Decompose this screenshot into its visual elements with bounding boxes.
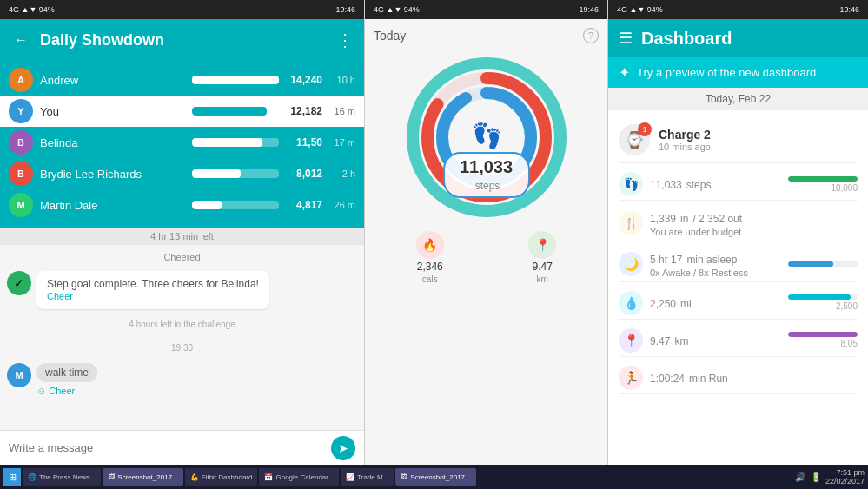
today-date-bar: Today, Feb 22	[608, 88, 868, 110]
right-status-bar: 4G ▲▼ 94% 19:46	[608, 0, 868, 19]
sleep-bar-fill	[788, 261, 833, 267]
svg-text:👣: 👣	[471, 122, 501, 150]
lb-bar-you	[192, 107, 279, 116]
stat-distance: 📍 9.47 km	[528, 231, 556, 284]
steps-overlay: 11,033 steps	[443, 152, 530, 198]
avatar-martin: M	[9, 193, 33, 217]
run-main-val: 1:00:24 min Run	[650, 369, 858, 387]
taskbar-clock: 7:51 pm 22/02/2017	[825, 468, 865, 486]
lb-row-belinda: B Belinda 11,50 17 m	[0, 127, 364, 158]
calories-val: 2,346	[417, 261, 443, 273]
calories-icon: 🔥	[416, 231, 444, 259]
goal-icon: ✓	[7, 271, 31, 295]
tb-label-0: The Press News...	[39, 473, 96, 481]
taskbar-item-2[interactable]: 💪 Fitbit Dashboard	[185, 468, 258, 486]
taskbar-item-1[interactable]: 🖼 Screenshot_2017...	[103, 468, 182, 486]
send-button[interactable]: ➤	[331, 436, 355, 460]
bottom-stats-row: 🔥 2,346 cals 📍 9.47 km	[374, 231, 599, 284]
ds-row-steps: 👣 11,033 steps 10,000	[619, 169, 858, 201]
lb-bar-fill-you	[192, 107, 267, 116]
goal-message: Step goal complete. Three cheers for Bel…	[36, 271, 269, 309]
chat-bubble-walk: M walk time ☺ Cheer	[7, 363, 305, 396]
device-icon: ⌚ 1	[619, 124, 650, 155]
sleep-unit-text: min asleep	[686, 254, 737, 266]
cheered-label: Cheered	[163, 252, 200, 262]
preview-text: Try a preview of the new dashboard	[637, 66, 816, 79]
taskbar-item-0[interactable]: 🌐 The Press News...	[23, 468, 101, 486]
lb-name-martin: Martin Dale	[40, 199, 185, 212]
sleep-stat-info: 5 hr 17 min asleep 0x Awake / 8x Restles…	[650, 250, 781, 278]
tb-label-3: Google Calendar...	[275, 473, 334, 481]
taskbar-right: 🔊 🔋 7:51 pm 22/02/2017	[794, 468, 865, 486]
more-button[interactable]: ⋮	[336, 30, 354, 50]
lb-name-brydie: Brydie Lee Richards	[40, 168, 185, 181]
calories-unit: cals	[422, 274, 438, 284]
message-input[interactable]	[9, 441, 324, 454]
device-badge: 1	[638, 122, 652, 136]
steps-count: 11,033	[460, 157, 513, 176]
lb-time-martin: 26 m	[329, 200, 355, 210]
device-name: Charge 2	[659, 128, 858, 142]
menu-icon[interactable]: ☰	[619, 29, 633, 48]
taskbar-item-3[interactable]: 📅 Google Calendar...	[259, 468, 339, 486]
stat-calories: 🔥 2,346 cals	[416, 231, 444, 284]
tray-network-icon: 🔊	[794, 471, 806, 483]
app-title: Daily Showdown	[40, 31, 336, 50]
lb-bar-fill-martin	[192, 201, 222, 209]
dist-val-text: 9.47	[650, 335, 670, 347]
today-label: Today	[374, 29, 406, 43]
distance-val: 9.47	[533, 261, 553, 273]
run-stat-info: 1:00:24 min Run	[650, 369, 858, 387]
back-button[interactable]: ←	[10, 30, 31, 50]
cal-unit-text: in	[680, 213, 688, 225]
today-header: Today ?	[374, 28, 599, 43]
device-card: ⌚ 1 Charge 2 10 mins ago	[619, 117, 858, 163]
water-stat-info: 2,250 ml	[650, 294, 781, 312]
cal-extra-text: / 2,352 out	[692, 213, 742, 225]
lb-time-brydie: 2 h	[329, 169, 355, 179]
taskbar-item-5[interactable]: 🖼 Screenshot_2017...	[395, 468, 475, 486]
lb-name-andrew: Andrew	[40, 74, 185, 87]
taskbar-item-4[interactable]: 📈 Trade M...	[341, 468, 394, 486]
timestamp1: 19:30	[7, 343, 357, 353]
sleep-main-val: 5 hr 17 min asleep	[650, 250, 781, 268]
preview-banner[interactable]: ✦ Try a preview of the new dashboard	[608, 57, 868, 88]
device-time: 10 mins ago	[659, 142, 858, 152]
middle-panel: 4G ▲▼ 94% 19:46 Today ?	[365, 0, 608, 465]
sleep-sub: 0x Awake / 8x Restless	[650, 268, 781, 278]
cheer-link[interactable]: Cheer	[47, 291, 73, 301]
chat-bubble-goal: ✓ Step goal complete. Three cheers for B…	[7, 271, 305, 309]
chat-input-bar: ➤	[0, 430, 364, 465]
middle-status-bar: 4G ▲▼ 94% 19:46	[365, 0, 607, 19]
start-button[interactable]: ⊞	[3, 468, 21, 486]
chat-messages: Cheered ✓ Step goal complete. Three chee…	[0, 245, 364, 430]
distance-stat-icon: 📍	[619, 328, 643, 353]
cheer-label2: Cheer	[49, 386, 75, 396]
water-main-val: 2,250 ml	[650, 294, 781, 312]
water-bar-container	[788, 294, 858, 300]
right-panel: 4G ▲▼ 94% 19:46 ☰ Dashboard ✦ Try a prev…	[608, 0, 868, 465]
lb-bar-andrew	[192, 76, 279, 84]
middle-time: 19:46	[579, 5, 599, 14]
distance-main-val: 9.47 km	[650, 332, 781, 349]
taskbar-time: 7:51 pm	[825, 468, 865, 477]
steps-main-val: 11,033 steps	[650, 175, 781, 193]
cal-val-text: 1,339	[650, 213, 676, 225]
cheer-link2[interactable]: ☺ Cheer	[36, 386, 97, 396]
rings-svg: 👣	[400, 50, 573, 224]
help-icon[interactable]: ?	[583, 28, 599, 43]
avatar-you: Y	[9, 99, 33, 123]
right-carrier: 4G ▲▼ 94%	[617, 5, 663, 14]
sleep-val-text: 5 hr 17	[650, 254, 682, 266]
mobile-status-bar: 4G ▲▼ 94% 19:46	[0, 0, 364, 19]
steps-goal: 10,000	[831, 183, 858, 193]
middle-content: Today ? 👣	[365, 19, 607, 465]
goal-bubble-row: ✓ Step goal complete. Three cheers for B…	[7, 271, 305, 309]
lb-steps-you: 12,182	[286, 105, 322, 117]
tb-label-1: Screenshot_2017...	[117, 473, 177, 481]
distance-stat-info: 9.47 km	[650, 332, 781, 349]
sleep-stat-icon: 🌙	[619, 252, 643, 276]
steps-stat-icon: 👣	[619, 172, 643, 196]
distance-icon: 📍	[528, 231, 556, 259]
app-header: ← Daily Showdown ⋮	[0, 19, 364, 61]
